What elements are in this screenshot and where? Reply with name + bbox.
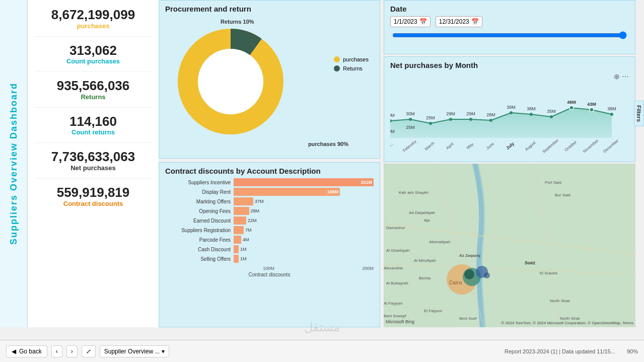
bar-fill-5: 7M [234,226,244,234]
kpi-returns: 935,566,036 Returns [35,76,151,103]
bar-value-5: 7M [244,228,252,233]
bar-label-0: Suppliers Incentive [165,180,231,185]
svg-text:Al Minufiyah: Al Minufiyah [414,258,436,263]
bar-fill-7: 1M [234,245,239,253]
bar-label-3: Opening Fees [165,208,231,214]
net-purchases-section: Net purchases by Month [384,56,635,162]
supplier-dropdown-icon: ▾ [162,348,165,355]
svg-point-6 [429,122,432,125]
kpi-purchases-label: purchases [35,22,151,30]
bar-label-2: Markting Offers [165,199,231,204]
bottom-right: Report 2023-2024 (1) | Data updated 11/1… [505,348,638,354]
donut-legend: purchases Returns [334,56,369,71]
bar-track-3: 28M [234,207,374,215]
net-chart-svg: 29M 30M 25M 29M 29M 28M 39M 38M 35M 46M … [390,73,632,153]
bar-value-6: 4M [241,237,249,242]
bar-row-display-rent: Display Rent 199M [165,188,374,196]
kpi-contract-number: 559,919,819 [35,185,151,200]
bar-track-0: 261M [234,178,374,186]
svg-text:Beni Suef: Beni Suef [459,316,477,321]
bar-value-7: 1M [239,247,247,252]
bar-x-axis: 100M 200M [165,266,374,271]
bar-fill-8: 1M [234,255,239,263]
bar-value-0: 261M [361,180,372,185]
go-back-arrow-icon: ◀ [12,348,16,355]
bar-value-8: 1M [239,256,247,261]
svg-text:November: November [582,138,599,153]
bar-label-8: Selling Offers [165,256,231,262]
svg-text:June: June [485,141,495,151]
svg-text:46M: 46M [567,100,576,105]
nav-next-button[interactable]: › [66,345,78,357]
go-back-button[interactable]: ◀ Go back [6,345,47,357]
bar-track-5: 7M [234,226,374,234]
start-calendar-icon[interactable]: 📅 [419,18,427,25]
sidebar-title: Suppliers Overview Dashboard [9,83,19,245]
bar-fill-0: 261M [234,178,374,186]
svg-point-7 [449,118,452,121]
end-date-value: 12/31/2023 [439,18,469,25]
date-range-slider[interactable] [392,31,627,39]
svg-text:35M: 35M [547,109,556,114]
bar-fill-2: 37M [234,197,253,205]
svg-text:El Faiyum: El Faiyum [424,309,442,313]
kpi-count-returns-label: Count returns [35,128,151,136]
purchases-pct-label: purchases 90% [308,141,348,147]
contract-title: Contract discounts by Account Descriptio… [165,167,374,175]
bar-value-1: 199M [327,189,339,194]
svg-point-14 [590,108,594,112]
svg-text:Kafr ash Shaykh: Kafr ash Shaykh [399,190,428,195]
svg-text:Suez: Suez [525,260,536,265]
bar-value-3: 28M [249,208,260,213]
bar-row-parcode: Parcode Fees 4M [165,236,374,244]
bing-label: Microsoft Bing [386,319,414,324]
contract-discounts-section: Contract discounts by Account Descriptio… [159,162,380,327]
legend-returns-label: Returns [343,65,363,71]
svg-point-8 [469,118,472,121]
bar-label-4: Earned Discount [165,218,231,224]
nav-prev-button[interactable]: ‹ [51,345,62,357]
kpi-purchases-number: 8,672,199,099 [35,8,151,22]
svg-text:Al Fayyum: Al Fayyum [384,301,403,306]
svg-text:19M: 19M [390,129,395,134]
bottom-bar: ◀ Go back ‹ › ⤢ Supplier Overview ... ▾ … [0,340,644,362]
svg-text:43M: 43M [587,102,596,107]
nav-expand-button[interactable]: ⤢ [82,345,96,357]
svg-marker-3 [390,108,612,138]
svg-text:38M: 38M [607,106,616,111]
procurement-title: Procurement and return [165,5,374,13]
x-axis-200m: 200M [304,266,374,271]
svg-text:30M: 30M [406,111,415,116]
svg-text:April: April [445,141,454,150]
supplier-label: Supplier Overview ... [104,348,160,355]
supplier-dropdown[interactable]: Supplier Overview ... ▾ [100,345,170,357]
zoom-level: 90% [627,348,638,354]
svg-text:Alexandria: Alexandria [384,266,403,270]
svg-text:39M: 39M [507,105,516,110]
bar-track-6: 4M [234,236,374,244]
svg-text:29M: 29M [446,111,455,116]
bar-row-selling: Selling Offers 1M [165,255,374,263]
svg-text:29M: 29M [466,111,475,116]
svg-text:Benha: Benha [419,276,431,280]
svg-text:Damanhur: Damanhur [386,226,405,230]
date-title: Date [390,5,629,13]
end-calendar-icon[interactable]: 📅 [471,18,479,25]
bar-label-7: Cash Discount [165,247,231,252]
svg-text:July: July [505,141,515,151]
start-date-input[interactable]: 1/1/2023 📅 [390,16,431,27]
bar-fill-1: 199M [234,188,340,196]
svg-text:March: March [424,140,436,151]
end-date-input[interactable]: 12/31/2023 📅 [436,16,482,27]
svg-text:25M: 25M [426,115,435,120]
filters-tab[interactable]: Filters [634,101,644,126]
chart-icon-2[interactable]: ⋯ [622,73,629,81]
kpi-count-purchases-label: Count purchases [35,57,151,65]
map-svg: Kafr ash Shaykh Port Said Bur Said Daman… [384,164,635,327]
chart-icon-1[interactable]: ⊕ [614,73,620,81]
kpi-contract-label: Contract discounts [35,200,151,207]
report-info: Report 2023-2024 (1) | Data updated 11/1… [505,348,615,354]
bottom-left: ◀ Go back ‹ › ⤢ Supplier Overview ... ▾ [6,345,169,357]
bar-track-2: 37M [234,197,374,205]
bar-fill-3: 28M [234,207,249,215]
